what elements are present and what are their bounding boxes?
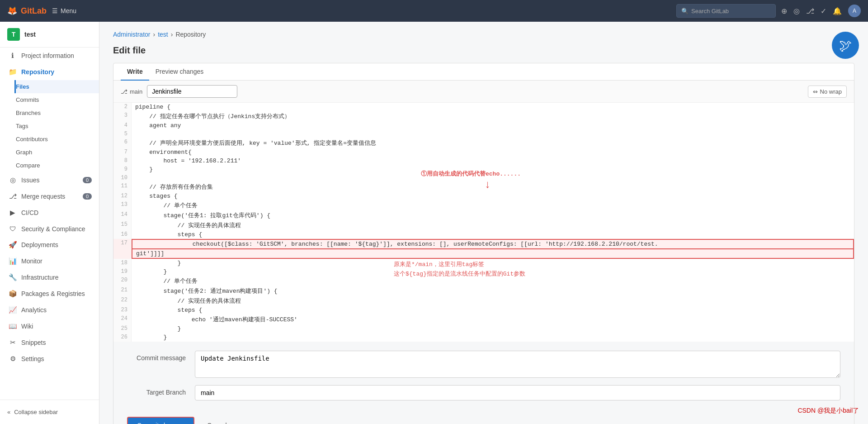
todo-icon[interactable]: ✓	[821, 7, 826, 15]
sidebar-item-snippets[interactable]: ✂ Snippets	[0, 334, 99, 351]
sidebar-item-repository[interactable]: 📁 Repository	[0, 64, 99, 80]
sidebar-item-settings[interactable]: ⚙ Settings	[0, 351, 99, 367]
sidebar-item-issues[interactable]: ◎ Issues 0	[0, 172, 99, 188]
sidebar-item-files[interactable]: Files	[14, 80, 99, 93]
sidebar-label-repository: Repository	[21, 68, 54, 76]
sidebar-item-cicd[interactable]: ▶ CI/CD	[0, 205, 99, 221]
edit-container: Write Preview changes ⎇ main ⇔ No wrap	[113, 63, 854, 424]
code-editor[interactable]: 2 pipeline { 3 // 指定任务在哪个节点执行（Jenkins支持分…	[113, 103, 854, 342]
merge-requests-label: Merge requests	[21, 193, 65, 200]
sidebar-item-contributors[interactable]: Contributors	[14, 133, 99, 146]
branch-icon: ⎇	[121, 88, 127, 95]
nowrap-button[interactable]: ⇔ No wrap	[808, 86, 847, 98]
commit-form: Commit message Update Jenkinsfile Target…	[113, 342, 854, 417]
collapse-sidebar-button[interactable]: « Collapse sidebar	[0, 405, 99, 419]
target-branch-row: Target Branch	[127, 385, 840, 400]
plus-icon[interactable]: ⊕	[781, 7, 787, 15]
sidebar-item-merge-requests[interactable]: ⎇ Merge requests 0	[0, 188, 99, 205]
breadcrumb-sep2: ›	[171, 31, 173, 38]
snippets-icon: ✂	[9, 338, 17, 347]
sidebar-item-wiki[interactable]: 📖 Wiki	[0, 318, 99, 334]
files-label: Files	[16, 83, 29, 90]
sidebar-item-packages[interactable]: 📦 Packages & Registries	[0, 286, 99, 302]
tab-write[interactable]: Write	[121, 63, 149, 81]
sidebar-item-security[interactable]: 🛡 Security & Compliance	[0, 221, 99, 237]
sidebar-item-deployments[interactable]: 🚀 Deployments	[0, 237, 99, 253]
sidebar-item-branches[interactable]: Branches	[14, 106, 99, 119]
packages-icon: 📦	[9, 290, 17, 298]
security-icon: 🛡	[9, 225, 17, 233]
breadcrumb: Administrator › test › Repository	[113, 31, 854, 38]
cancel-button[interactable]: Cancel	[200, 418, 234, 424]
sidebar-item-graph[interactable]: Graph	[14, 146, 99, 159]
breadcrumb-admin[interactable]: Administrator	[113, 31, 150, 38]
gitlab-text: GitLab	[21, 6, 47, 16]
code-line-3: 3 // 指定任务在哪个节点执行（Jenkins支持分布式）	[113, 111, 854, 121]
editor-toolbar: ⎇ main ⇔ No wrap	[113, 81, 854, 103]
sidebar-item-project-information[interactable]: ℹ Project information	[0, 48, 99, 64]
collapse-label: Collapse sidebar	[14, 409, 58, 415]
menu-button[interactable]: ☰ Menu	[52, 7, 76, 14]
target-branch-label: Target Branch	[127, 385, 186, 396]
notification-icon[interactable]: 🔔	[833, 7, 842, 15]
code-line-21: 21 stage('任务2: 通过maven构建项目') {	[113, 286, 854, 296]
settings-label: Settings	[21, 355, 44, 362]
search-icon: 🔍	[681, 8, 689, 14]
code-line-23: 23 steps {	[113, 306, 854, 314]
packages-label: Packages & Registries	[21, 290, 85, 297]
infrastructure-label: Infrastructure	[21, 274, 58, 281]
search-bar[interactable]: 🔍 Search GitLab	[676, 4, 776, 18]
menu-label: Menu	[61, 7, 76, 14]
issue-icon[interactable]: ◎	[793, 7, 800, 15]
code-line-17b: git']]]]	[113, 249, 854, 259]
branches-label: Branches	[16, 110, 41, 116]
code-line-18: 18 }	[113, 259, 854, 267]
commit-actions: Commit changes Cancel	[113, 417, 854, 424]
tab-preview[interactable]: Preview changes	[149, 63, 210, 81]
layout: T test ℹ Project information 📁 Repositor…	[0, 0, 868, 424]
gitlab-logo[interactable]: 🦊 GitLab	[7, 6, 47, 16]
breadcrumb-test[interactable]: test	[158, 31, 168, 38]
code-line-26: 26 }	[113, 333, 854, 342]
code-line-22: 22 // 实现任务的具体流程	[113, 296, 854, 306]
project-header[interactable]: T test	[0, 22, 99, 48]
sidebar-label-project-information: Project information	[21, 52, 74, 59]
user-avatar[interactable]: A	[848, 5, 861, 17]
code-line-14: 14 stage('任务1: 拉取git仓库代码') {	[113, 210, 854, 220]
commit-message-input[interactable]: Update Jenkinsfile	[195, 351, 840, 378]
code-line-11: 11 // 存放所有任务的合集	[113, 182, 854, 192]
info-icon: ℹ	[9, 52, 17, 60]
target-branch-input[interactable]	[195, 385, 840, 400]
sidebar-item-commits[interactable]: Commits	[14, 93, 99, 106]
hamburger-icon: ☰	[52, 7, 58, 14]
navbar: 🦊 GitLab ☰ Menu 🔍 Search GitLab ⊕ ◎ ⎇ ✓ …	[0, 0, 868, 22]
commit-message-row: Commit message Update Jenkinsfile	[127, 351, 840, 378]
infrastructure-icon: 🔧	[9, 273, 17, 281]
code-line-19: 19 }	[113, 267, 854, 276]
cicd-label: CI/CD	[21, 209, 38, 216]
collapse-icon: «	[7, 409, 10, 415]
deployments-icon: 🚀	[9, 241, 17, 249]
code-line-13: 13 // 单个任务	[113, 200, 854, 210]
merge-icon[interactable]: ⎇	[806, 7, 814, 15]
sidebar-bottom: « Collapse sidebar	[0, 400, 99, 424]
code-line-20: 20 // 单个任务	[113, 276, 854, 286]
monitor-label: Monitor	[21, 257, 42, 265]
nowrap-icon: ⇔	[813, 88, 818, 95]
sidebar-item-tags[interactable]: Tags	[14, 119, 99, 133]
sidebar-item-analytics[interactable]: 📈 Analytics	[0, 302, 99, 318]
settings-icon: ⚙	[9, 355, 17, 363]
commit-message-label: Commit message	[127, 351, 186, 362]
sidebar-item-infrastructure[interactable]: 🔧 Infrastructure	[0, 269, 99, 286]
wiki-label: Wiki	[21, 323, 33, 330]
sidebar-item-compare[interactable]: Compare	[14, 159, 99, 172]
sidebar-item-monitor[interactable]: 📊 Monitor	[0, 253, 99, 269]
code-line-4: 4 agent any	[113, 121, 854, 130]
filename-input[interactable]	[147, 85, 237, 98]
code-line-5: 5	[113, 130, 854, 138]
deployments-label: Deployments	[21, 241, 58, 248]
breadcrumb-repository: Repository	[175, 31, 206, 38]
compare-label: Compare	[16, 162, 40, 169]
branch-name: main	[130, 88, 142, 95]
commit-changes-button[interactable]: Commit changes	[127, 417, 194, 424]
